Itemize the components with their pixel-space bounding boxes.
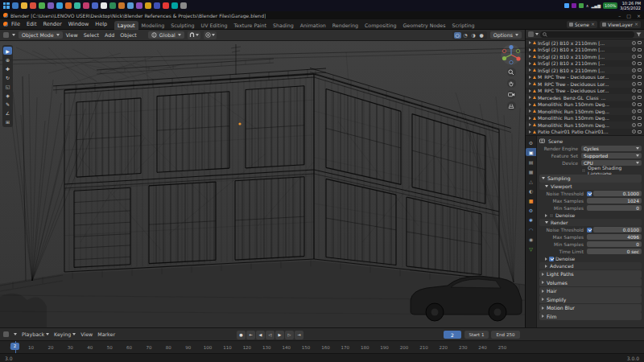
taskbar-app-icon[interactable] [92, 2, 98, 9]
properties-tab[interactable]: ◉ [526, 235, 536, 243]
properties-section-header[interactable]: Light Paths [539, 270, 642, 278]
outliner-row[interactable]: Mercedes_Benz-GL_Class_... [526, 94, 644, 101]
properties-tab[interactable]: ◠ [526, 225, 536, 233]
taskbar-app-icon[interactable] [47, 2, 54, 9]
viewport-min-samples-field[interactable]: 0 [587, 205, 642, 212]
expand-chevron-icon[interactable] [529, 76, 531, 79]
transport-button[interactable]: ⇤ [246, 331, 255, 339]
transport-button[interactable]: ▶ [275, 331, 284, 339]
outliner-row[interactable]: InSgl (2) B10 x 2110mm [... [526, 39, 644, 47]
outliner-row[interactable]: Patio Chair01 Patio Chair01... [526, 129, 644, 136]
frame-end-field[interactable]: End250 [491, 331, 520, 339]
tool-button[interactable]: ↻ [3, 73, 12, 81]
scene-selector[interactable]: Scene × [567, 21, 597, 28]
mode-dropdown[interactable]: Object Mode [19, 31, 63, 39]
menu-item[interactable]: Edit [23, 21, 40, 27]
taskbar-app-icon[interactable] [171, 2, 178, 9]
taskbar-app-icon[interactable] [180, 2, 187, 9]
options-dropdown[interactable]: Options [490, 31, 522, 39]
tray-icon[interactable]: ∧ [586, 3, 589, 8]
tray-app-icon[interactable] [564, 3, 569, 8]
proportional-editing-toggle[interactable] [204, 31, 217, 39]
timeline-ruler[interactable]: 0102030405060708090100110120130140150160… [0, 340, 644, 353]
shading-mode-icon[interactable]: ○ [454, 32, 461, 39]
outliner-row[interactable]: Monolithic Run 150mm Deg... [526, 101, 644, 109]
properties-tab[interactable]: ▤ [526, 158, 536, 166]
properties-tab[interactable]: ▦ [526, 167, 536, 175]
render-subpanel-header[interactable]: Render [539, 219, 642, 226]
viewport-menu-item[interactable]: Object [120, 32, 137, 38]
taskbar-app-icon[interactable] [74, 2, 80, 9]
marker-menu[interactable]: Marker [97, 331, 115, 337]
expand-chevron-icon[interactable] [529, 55, 531, 58]
taskbar-app-icon[interactable] [30, 2, 36, 9]
hide-in-viewport-eye-icon[interactable] [632, 116, 636, 120]
outliner-search-input[interactable] [540, 31, 634, 38]
tray-app-icon[interactable] [579, 3, 584, 8]
hide-in-viewport-eye-icon[interactable] [632, 109, 636, 113]
advanced-subpanel-header[interactable]: Advanced [539, 262, 642, 269]
hide-in-viewport-eye-icon[interactable] [632, 75, 636, 79]
hide-in-viewport-eye-icon[interactable] [632, 61, 636, 65]
properties-section-header[interactable]: Hair [539, 287, 642, 295]
outliner-row[interactable]: M_RPC Tree - Deciduous Lor... [526, 74, 644, 81]
disable-in-render-camera-icon[interactable] [638, 103, 642, 106]
pan-button[interactable] [507, 79, 516, 88]
disable-in-render-camera-icon[interactable] [638, 41, 642, 44]
tool-button[interactable]: ∠ [3, 109, 12, 117]
hide-in-viewport-eye-icon[interactable] [632, 82, 636, 86]
taskbar-app-icon[interactable] [136, 2, 142, 9]
tool-button[interactable]: ◈ [3, 91, 12, 99]
menu-item[interactable]: Render [39, 21, 64, 27]
disable-in-render-camera-icon[interactable] [638, 76, 642, 79]
disable-in-render-camera-icon[interactable] [638, 55, 642, 58]
disable-in-render-camera-icon[interactable] [638, 82, 642, 85]
taskbar-app-icon[interactable] [101, 2, 107, 9]
zoom-button[interactable] [507, 68, 516, 76]
keying-menu[interactable]: Keying [54, 331, 76, 337]
transport-button[interactable]: ◀ [256, 331, 265, 339]
properties-section-header[interactable]: Simplify [539, 295, 642, 303]
expand-chevron-icon[interactable] [529, 96, 531, 99]
taskbar-app-icon[interactable] [21, 2, 27, 9]
current-frame-field[interactable]: 2 [444, 331, 461, 339]
expand-chevron-icon[interactable] [529, 89, 531, 93]
outliner-row[interactable]: M_RPC Tree - Deciduous Lor... [526, 80, 644, 88]
tool-button[interactable]: ◱ [3, 82, 12, 90]
workspace-tab[interactable]: Modeling [138, 21, 168, 30]
tray-app-icon[interactable] [572, 3, 576, 8]
properties-tab[interactable]: ■ [526, 196, 536, 204]
workspace-tab[interactable]: Compositing [361, 21, 399, 30]
properties-section-header[interactable]: Film [539, 312, 642, 320]
render-max-samples-field[interactable]: 4096 [587, 234, 642, 241]
taskbar-app-icon[interactable] [154, 2, 160, 9]
window-control-button[interactable]: × [637, 13, 641, 19]
outliner-row[interactable]: InSgl (2) B10 x 2110mm [... [526, 60, 644, 68]
taskbar-app-icon[interactable] [163, 2, 169, 9]
menu-item[interactable]: File [8, 21, 23, 27]
transport-button[interactable]: ⇥ [295, 331, 303, 339]
taskbar-app-icon[interactable] [118, 2, 125, 9]
outliner-row[interactable]: InSgl (2) B10 x 2110mm [... [526, 53, 644, 60]
properties-tab[interactable]: ▽ [526, 245, 536, 253]
properties-tab[interactable]: △ [526, 177, 536, 185]
render-denoise-checkbox[interactable] [549, 257, 554, 261]
expand-chevron-icon[interactable] [529, 109, 531, 113]
windows-start-icon[interactable] [3, 2, 10, 9]
viewport-noise-threshold-checkbox[interactable] [587, 191, 592, 196]
timeline-view-menu[interactable]: View [80, 331, 93, 337]
hide-in-viewport-eye-icon[interactable] [632, 47, 636, 51]
sampling-section-header[interactable]: Sampling [539, 175, 642, 183]
workspace-tab[interactable]: Sculpting [167, 21, 197, 30]
render-engine-dropdown[interactable]: Cycles [581, 146, 642, 152]
viewport-subpanel-header[interactable]: Viewport [539, 183, 642, 190]
taskbar-app-icon[interactable] [65, 2, 72, 9]
tool-button[interactable]: ▶ [3, 47, 12, 55]
properties-tab[interactable]: ▣ [526, 148, 536, 156]
snapping-toggle[interactable] [188, 31, 200, 39]
battery-indicator[interactable]: 100% [603, 2, 617, 9]
hide-in-viewport-eye-icon[interactable] [632, 41, 636, 45]
properties-section-header[interactable]: Volumes [539, 278, 642, 286]
shading-mode-icon[interactable]: ● [478, 32, 485, 39]
feature-set-dropdown[interactable]: Supported [581, 153, 642, 159]
